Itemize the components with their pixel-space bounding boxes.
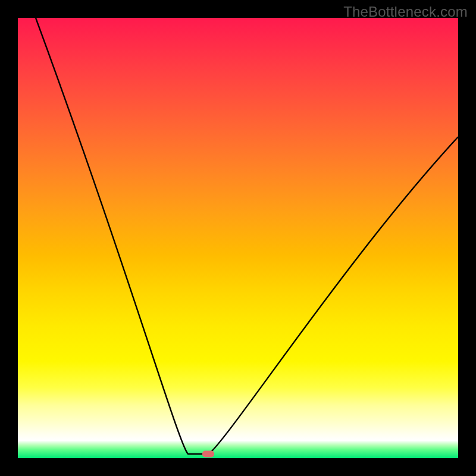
optimum-marker	[202, 451, 214, 458]
plot-gradient-background	[18, 18, 458, 458]
watermark-text: TheBottleneck.com	[343, 4, 468, 20]
bottleneck-curve	[18, 18, 458, 458]
curve-line	[36, 18, 458, 454]
